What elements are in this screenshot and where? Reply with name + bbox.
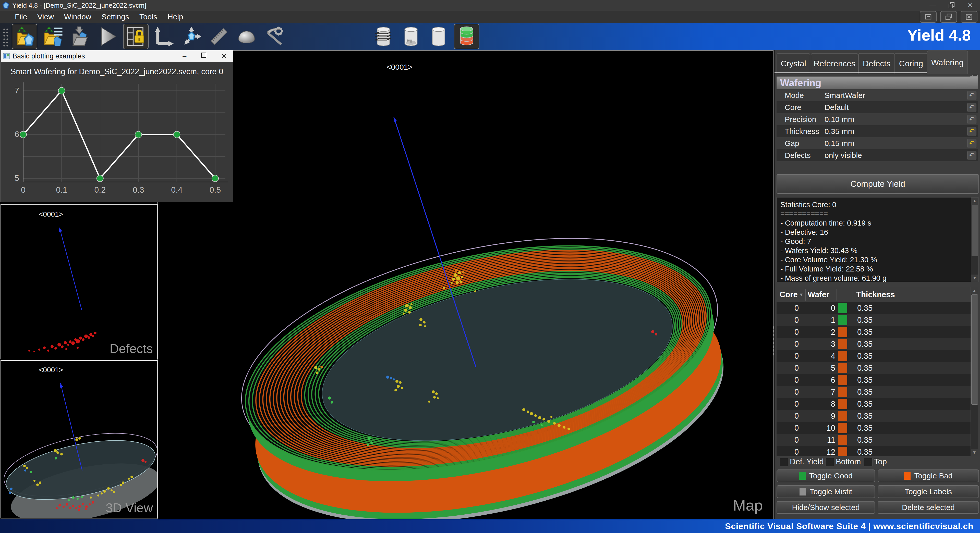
cell-thickness: 0.35 <box>857 410 873 422</box>
run-button[interactable] <box>95 24 120 49</box>
param-value-gap[interactable]: 0.15 mm <box>824 139 854 148</box>
param-value-defects[interactable]: only visible <box>824 151 862 160</box>
menu-item-window[interactable]: Window <box>64 13 91 21</box>
table-row[interactable]: 030.35 <box>776 338 978 350</box>
column-core[interactable]: Core <box>780 287 798 302</box>
param-label: Defects <box>785 151 823 160</box>
delete-selected-button[interactable]: Delete selected <box>878 501 979 514</box>
plot-minimize-button[interactable]: – <box>183 52 186 60</box>
table-row[interactable]: 060.35 <box>776 374 978 386</box>
checkbox-top[interactable] <box>864 458 873 466</box>
plot-window-titlebar[interactable]: Basic plotting examples – ✕ <box>1 50 233 62</box>
window-restore-button[interactable] <box>948 2 955 9</box>
param-value-thickness[interactable]: 0.35 mm <box>824 127 854 136</box>
scroll-down-icon[interactable]: ▼ <box>971 274 978 282</box>
cylinder-defects-button[interactable] <box>399 24 423 49</box>
mdi-restore-button[interactable] <box>940 11 957 23</box>
reset-core-button[interactable]: ↶ <box>967 103 977 112</box>
view3d-render <box>1 361 157 518</box>
window-minimize-button[interactable]: — <box>929 0 936 11</box>
map-view[interactable]: <0001> Map <box>158 50 773 519</box>
menu-item-tools[interactable]: Tools <box>139 13 157 21</box>
toggle-labels-button[interactable]: Toggle Labels <box>878 485 979 498</box>
plot-window[interactable]: Basic plotting examples – ✕ Smart Waferi… <box>0 50 233 202</box>
reset-precision-button[interactable]: ↶ <box>967 115 977 124</box>
open-folder-crystal-icon <box>14 26 35 47</box>
menu-item-file[interactable]: File <box>15 13 27 21</box>
tab-references[interactable]: References <box>811 53 858 73</box>
hide-show-selected-button[interactable]: Hide/Show selected <box>776 501 875 514</box>
mdi-minimize-button[interactable] <box>920 11 937 23</box>
reset-defects-button[interactable]: ↶ <box>967 151 977 160</box>
reset-mode-button[interactable]: ↶ <box>967 91 977 100</box>
table-row[interactable]: 070.35 <box>776 386 978 398</box>
scroll-up-icon[interactable]: ▲ <box>971 197 978 205</box>
axes-3d-crystal-button[interactable] <box>179 24 204 49</box>
table-row[interactable]: 0120.35 <box>776 446 978 456</box>
param-value-precision[interactable]: 0.10 mm <box>824 115 854 124</box>
scroll-up-icon[interactable]: ▲ <box>971 287 978 294</box>
lock-layout-button[interactable] <box>123 24 149 49</box>
mining-tools-button[interactable] <box>262 24 286 49</box>
open-project-button[interactable] <box>12 24 37 49</box>
wafer-stack-button[interactable] <box>454 24 479 49</box>
tab-crystal[interactable]: Crystal <box>776 53 810 73</box>
pickaxe-gear-icon <box>263 26 285 47</box>
toggle-good-button[interactable]: Toggle Good <box>776 470 875 482</box>
table-row[interactable]: 040.35 <box>776 350 978 362</box>
table-scrollbar[interactable]: ▲ ▼ <box>970 287 978 456</box>
tab-defects[interactable]: Defects <box>858 53 895 73</box>
cell-thickness: 0.35 <box>857 302 873 314</box>
cell-thickness: 0.35 <box>857 386 873 398</box>
compute-yield-button[interactable]: Compute Yield <box>776 174 979 194</box>
checkbox-def-yield[interactable] <box>780 458 788 466</box>
table-row[interactable]: 080.35 <box>776 398 978 410</box>
statistics-scrollbar[interactable]: ▲ ▼ <box>971 197 978 282</box>
table-row[interactable]: 010.35 <box>776 314 978 326</box>
import-project-button[interactable] <box>68 24 92 49</box>
checkbox-bottom[interactable] <box>826 458 834 466</box>
wafer-status-swatch <box>838 423 847 433</box>
toolbar-drag-handle[interactable] <box>2 27 9 46</box>
panel-splitter-handle[interactable] <box>772 325 775 356</box>
measure-ruler-button[interactable] <box>207 24 231 49</box>
menu-item-help[interactable]: Help <box>167 13 183 21</box>
menu-item-settings[interactable]: Settings <box>102 13 129 21</box>
axes-2d-button[interactable] <box>152 24 176 49</box>
mdi-close-button[interactable] <box>961 11 977 23</box>
table-row[interactable]: 0100.35 <box>776 422 978 434</box>
wafer-stack-icon <box>456 26 477 47</box>
open-project-list-button[interactable] <box>40 24 65 49</box>
plot-close-button[interactable]: ✕ <box>221 52 227 60</box>
svg-text:0: 0 <box>21 185 25 194</box>
toggle-bad-button[interactable]: Toggle Bad <box>878 470 979 482</box>
defects-view[interactable]: <0001> Defects <box>0 204 158 359</box>
statistics-line: Statistics Core: 0 <box>780 200 968 209</box>
table-row[interactable]: 090.35 <box>776 410 978 422</box>
table-row[interactable]: 000.35 <box>776 302 978 314</box>
toolbar: Yield 4.8 <box>0 23 980 50</box>
column-thickness[interactable]: Thickness <box>856 287 895 302</box>
wafer-table-header[interactable]: Core ▼ Wafer Thickness <box>776 287 978 302</box>
column-wafer[interactable]: Wafer <box>808 287 829 302</box>
wafer-status-swatch <box>838 435 847 445</box>
plot-maximize-button[interactable] <box>200 52 207 60</box>
toggle-misfit-button[interactable]: Toggle Misfit <box>776 485 875 498</box>
param-value-mode[interactable]: SmartWafer <box>824 91 865 100</box>
cylinder-plain-button[interactable] <box>426 24 451 49</box>
reset-gap-button[interactable]: ↶ <box>967 139 977 148</box>
right-panel: CrystalReferencesDefectsCoringWafering W… <box>775 50 980 519</box>
window-close-button[interactable]: ✕ <box>967 0 973 11</box>
tab-wafering[interactable]: Wafering <box>927 51 968 74</box>
menu-item-view[interactable]: View <box>37 13 54 21</box>
reset-thickness-button[interactable]: ↶ <box>967 127 977 136</box>
view3d[interactable]: <0001> 3D View <box>0 360 158 519</box>
param-value-core[interactable]: Default <box>824 103 849 112</box>
table-row[interactable]: 0110.35 <box>776 434 978 446</box>
scroll-down-icon[interactable]: ▼ <box>971 449 978 456</box>
cylinder-sliced-button[interactable] <box>371 24 396 49</box>
table-row[interactable]: 020.35 <box>776 326 978 338</box>
dome-button[interactable] <box>234 24 259 49</box>
table-row[interactable]: 050.35 <box>776 362 978 374</box>
tab-coring[interactable]: Coring <box>894 53 928 73</box>
